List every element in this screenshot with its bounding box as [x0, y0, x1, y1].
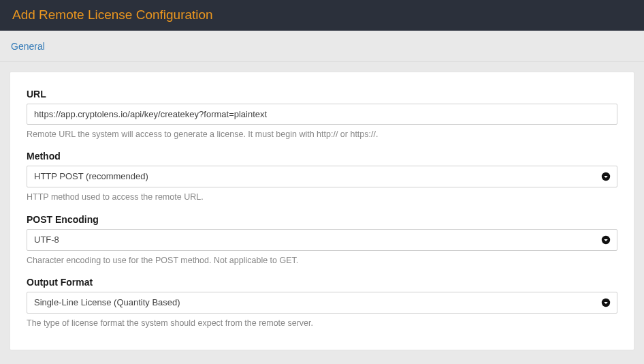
- form-group-post-encoding: POST Encoding UTF-8 Character encoding t…: [27, 214, 617, 266]
- output-format-value: Single-Line License (Quantity Based): [27, 292, 617, 314]
- post-encoding-value: UTF-8: [27, 229, 617, 251]
- output-format-label: Output Format: [27, 277, 617, 288]
- url-help: Remote URL the system will access to gen…: [27, 129, 617, 140]
- form-group-url: URL Remote URL the system will access to…: [27, 89, 617, 140]
- url-label: URL: [27, 89, 617, 100]
- form-group-output-format: Output Format Single-Line License (Quant…: [27, 277, 617, 329]
- tabs-bar: General: [0, 31, 644, 62]
- method-label: Method: [27, 151, 617, 162]
- method-value: HTTP POST (recommended): [27, 166, 617, 187]
- output-format-select[interactable]: Single-Line License (Quantity Based): [27, 292, 617, 314]
- page-header: Add Remote License Configuration: [0, 0, 644, 31]
- post-encoding-label: POST Encoding: [27, 214, 617, 225]
- output-format-help: The type of license format the system sh…: [27, 318, 617, 329]
- url-input[interactable]: [27, 104, 617, 125]
- page-title: Add Remote License Configuration: [12, 7, 632, 22]
- content-wrapper: URL Remote URL the system will access to…: [0, 62, 644, 360]
- post-encoding-select[interactable]: UTF-8: [27, 229, 617, 251]
- post-encoding-help: Character encoding to use for the POST m…: [27, 255, 617, 266]
- form-group-method: Method HTTP POST (recommended) HTTP meth…: [27, 151, 617, 202]
- content-panel: URL Remote URL the system will access to…: [10, 72, 634, 350]
- method-help: HTTP method used to access the remote UR…: [27, 192, 617, 202]
- method-select[interactable]: HTTP POST (recommended): [27, 166, 617, 187]
- tab-general[interactable]: General: [11, 41, 45, 61]
